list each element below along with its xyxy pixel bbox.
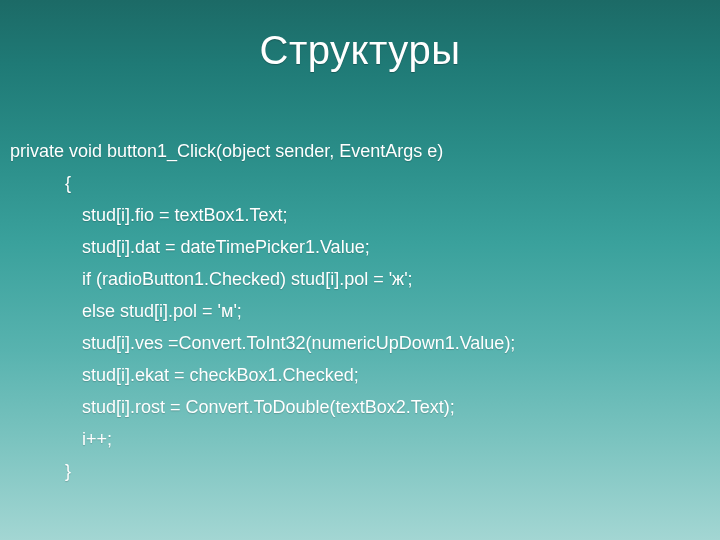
code-line: } <box>10 455 702 487</box>
slide: Структуры private void button1_Click(obj… <box>0 0 720 540</box>
slide-title: Структуры <box>0 0 720 73</box>
code-line: stud[i].fio = textBox1.Text; <box>10 199 702 231</box>
code-line: else stud[i].pol = 'м'; <box>10 295 702 327</box>
code-line: { <box>10 167 702 199</box>
code-line: stud[i].dat = dateTimePicker1.Value; <box>10 231 702 263</box>
code-line: stud[i].rost = Convert.ToDouble(textBox2… <box>10 391 702 423</box>
code-line: if (radioButton1.Checked) stud[i].pol = … <box>10 263 702 295</box>
code-line: stud[i].ves =Convert.ToInt32(numericUpDo… <box>10 327 702 359</box>
code-line: i++; <box>10 423 702 455</box>
code-line: private void button1_Click(object sender… <box>10 135 702 167</box>
code-block: private void button1_Click(object sender… <box>10 135 702 487</box>
code-line: stud[i].ekat = checkBox1.Checked; <box>10 359 702 391</box>
